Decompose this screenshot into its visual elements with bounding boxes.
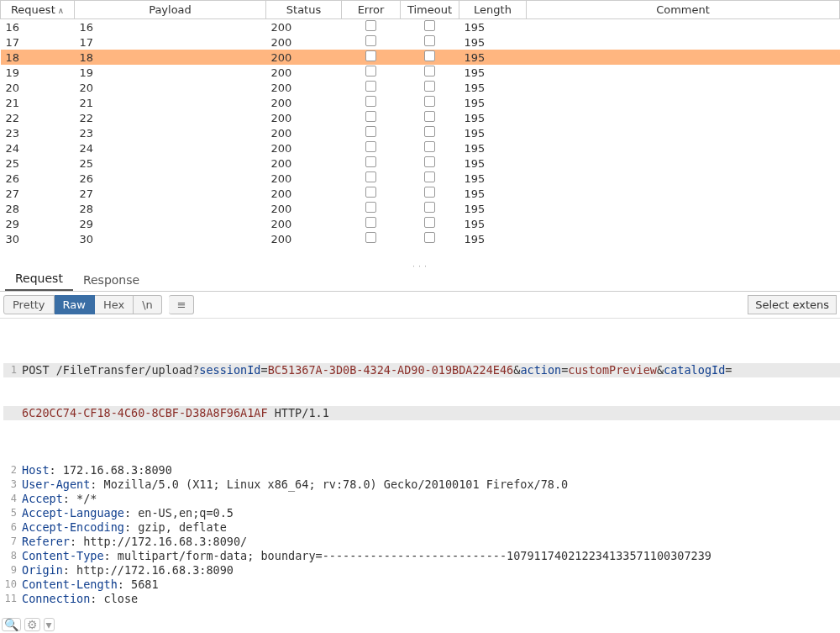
cell-comment[interactable]	[527, 186, 840, 201]
raw-request-view[interactable]: 1POST /FileTransfer/upload?sessionId=BC5…	[0, 319, 840, 633]
view-mode-raw[interactable]: Raw	[55, 295, 95, 314]
cell-comment[interactable]	[527, 125, 840, 140]
cell-error	[342, 140, 401, 156]
cell-length: 195	[459, 110, 527, 125]
cell-request: 20	[1, 80, 75, 95]
table-row[interactable]: 2121200195	[1, 95, 840, 110]
table-row[interactable]: 1919200195	[1, 65, 840, 80]
col-header-request[interactable]: Request∧	[1, 1, 75, 19]
table-row[interactable]: 1616200195	[1, 19, 840, 35]
chevron-icon[interactable]: ▾	[44, 618, 55, 631]
table-row[interactable]: 3030200195	[1, 231, 840, 246]
checkbox-icon	[365, 217, 376, 228]
param-value: BC51367A-3D0B-4324-AD90-019BDA224E46	[268, 363, 514, 377]
cell-status: 200	[266, 19, 342, 35]
checkbox-icon	[424, 156, 435, 167]
param-key: sessionId	[199, 363, 260, 377]
search-icon[interactable]: 🔍	[2, 618, 21, 631]
cell-comment[interactable]	[527, 216, 840, 231]
gear-icon[interactable]: ⚙	[24, 618, 40, 631]
checkbox-icon	[365, 187, 376, 198]
cell-length: 195	[459, 125, 527, 140]
cell-comment[interactable]	[527, 80, 840, 95]
tab-request[interactable]: Request	[5, 267, 73, 291]
http-header-name: Connection	[22, 592, 90, 605]
table-row[interactable]: 2626200195	[1, 171, 840, 186]
checkbox-icon	[365, 111, 376, 122]
cell-timeout	[401, 231, 459, 246]
cell-request: 23	[1, 125, 75, 140]
view-mode-pretty[interactable]: Pretty	[3, 295, 55, 314]
cell-comment[interactable]	[527, 140, 840, 156]
cell-status: 200	[266, 50, 342, 65]
col-header-comment[interactable]: Comment	[527, 1, 840, 19]
cell-timeout	[401, 156, 459, 171]
http-header-value: 172.16.68.3:8090	[56, 463, 172, 477]
cell-comment[interactable]	[527, 34, 840, 50]
checkbox-icon	[424, 35, 435, 46]
cell-length: 195	[459, 201, 527, 216]
cell-comment[interactable]	[527, 231, 840, 246]
http-header-value: http://172.16.68.3:8090	[70, 563, 234, 577]
table-row[interactable]: 2828200195	[1, 201, 840, 216]
cell-payload: 19	[75, 65, 266, 80]
col-header-length[interactable]: Length	[459, 1, 527, 19]
col-header-status[interactable]: Status	[266, 1, 342, 19]
checkbox-icon	[365, 171, 376, 182]
cell-request: 16	[1, 19, 75, 35]
cell-timeout	[401, 110, 459, 125]
table-row[interactable]: 2323200195	[1, 125, 840, 140]
table-row[interactable]: 2222200195	[1, 110, 840, 125]
tab-response[interactable]: Response	[73, 269, 150, 291]
select-extension-button[interactable]: Select extens	[748, 295, 837, 314]
cell-status: 200	[266, 140, 342, 156]
cell-payload: 20	[75, 80, 266, 95]
view-mode-hex[interactable]: Hex	[95, 295, 134, 314]
cell-timeout	[401, 80, 459, 95]
table-row[interactable]: 2020200195	[1, 80, 840, 95]
cell-payload: 26	[75, 171, 266, 186]
cell-request: 18	[1, 50, 75, 65]
table-row[interactable]: 2525200195	[1, 156, 840, 171]
cell-comment[interactable]	[527, 156, 840, 171]
table-row[interactable]: 2424200195	[1, 140, 840, 156]
cell-error	[342, 95, 401, 110]
http-path: /FileTransfer/upload?	[50, 363, 200, 377]
col-header-error[interactable]: Error	[342, 1, 401, 19]
cell-error	[342, 65, 401, 80]
checkbox-icon	[424, 217, 435, 228]
checkbox-icon	[424, 50, 435, 61]
col-header-payload[interactable]: Payload	[75, 1, 266, 19]
cell-payload: 29	[75, 216, 266, 231]
cell-comment[interactable]	[527, 65, 840, 80]
cell-length: 195	[459, 186, 527, 201]
table-row[interactable]: 1818200195	[1, 50, 840, 65]
cell-request: 22	[1, 110, 75, 125]
cell-request: 24	[1, 140, 75, 156]
cell-comment[interactable]	[527, 50, 840, 65]
cell-comment[interactable]	[527, 110, 840, 125]
table-row[interactable]: 2727200195	[1, 186, 840, 201]
table-row[interactable]: 2929200195	[1, 216, 840, 231]
cell-comment[interactable]	[527, 95, 840, 110]
checkbox-icon	[365, 126, 376, 137]
cell-comment[interactable]	[527, 171, 840, 186]
cell-comment[interactable]	[527, 19, 840, 35]
cell-comment[interactable]	[527, 201, 840, 216]
cell-status: 200	[266, 171, 342, 186]
cell-request: 17	[1, 34, 75, 50]
http-header-value: gzip, deflate	[131, 520, 227, 534]
cell-error	[342, 156, 401, 171]
col-header-timeout[interactable]: Timeout	[401, 1, 459, 19]
table-row[interactable]: 1717200195	[1, 34, 840, 50]
checkbox-icon	[365, 202, 376, 213]
cell-error	[342, 80, 401, 95]
view-mode-newlines[interactable]: \n	[134, 295, 162, 314]
cell-length: 195	[459, 171, 527, 186]
http-header-value: en-US,en;q=0.5	[131, 506, 234, 520]
checkbox-icon	[424, 66, 435, 76]
cell-length: 195	[459, 65, 527, 80]
cell-status: 200	[266, 125, 342, 140]
view-options-menu[interactable]: ≡	[169, 295, 194, 314]
cell-length: 195	[459, 19, 527, 35]
